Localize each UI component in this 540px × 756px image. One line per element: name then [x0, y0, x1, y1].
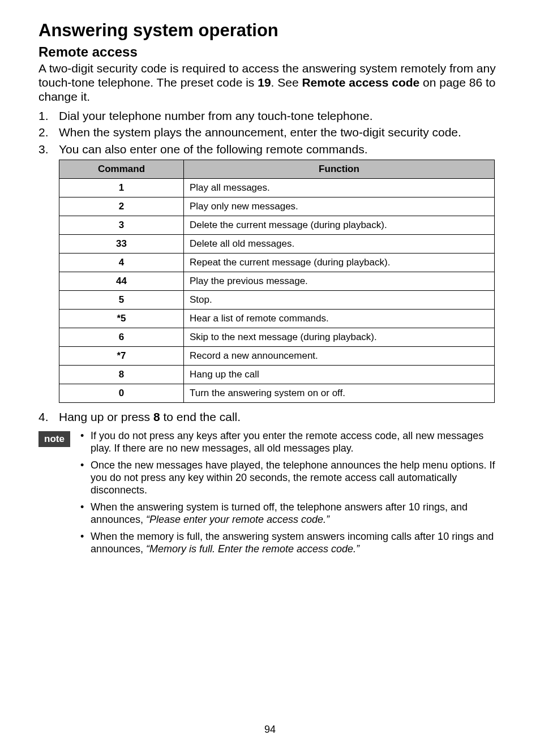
cmd-cell: *7	[59, 347, 184, 366]
table-row: 6Skip to the next message (during playba…	[59, 328, 495, 347]
cmd-cell: 0	[59, 384, 184, 403]
heading-sub: Remote access	[38, 44, 502, 60]
fn-cell: Delete all old messages.	[184, 235, 495, 254]
step-4-text-a: Hang up or press	[59, 410, 153, 423]
cmd-cell: 3	[59, 216, 184, 235]
fn-cell: Play the previous message.	[184, 272, 495, 291]
th-command: Command	[59, 160, 184, 179]
table-row: *7Record a new announcement.	[59, 347, 495, 366]
note-item-3: When the answering system is turned off,…	[78, 501, 502, 526]
step-2: 2.When the system plays the announcement…	[38, 125, 502, 140]
cmd-cell: 33	[59, 235, 184, 254]
page-number: 94	[0, 724, 540, 736]
note-item-1: If you do not press any keys after you e…	[78, 430, 502, 455]
heading-main: Answering system operation	[38, 20, 502, 41]
intro-code: 19	[258, 76, 271, 89]
fn-cell: Repeat the current message (during playb…	[184, 254, 495, 272]
step-2-text: When the system plays the announcement, …	[59, 126, 461, 139]
step-1: 1.Dial your telephone number from any to…	[38, 109, 502, 123]
step-3-num: 3.	[38, 142, 49, 157]
step-1-num: 1.	[38, 109, 49, 123]
fn-cell: Skip to the next message (during playbac…	[184, 328, 495, 347]
steps-list-cont: 4.Hang up or press 8 to end the call.	[38, 410, 502, 424]
table-row: 4Repeat the current message (during play…	[59, 254, 495, 272]
note-4-quote: “Memory is full. Enter the remote access…	[146, 543, 359, 555]
cmd-cell: 8	[59, 366, 184, 384]
table-header-row: Command Function	[59, 160, 495, 179]
step-4-key: 8	[153, 410, 160, 423]
step-3: 3.You can also enter one of the followin…	[38, 142, 502, 157]
step-2-num: 2.	[38, 125, 49, 140]
steps-list: 1.Dial your telephone number from any to…	[38, 109, 502, 157]
note-badge: note	[38, 431, 70, 447]
step-3-text: You can also enter one of the following …	[59, 143, 368, 156]
fn-cell: Record a new announcement.	[184, 347, 495, 366]
note-list: If you do not press any keys after you e…	[78, 430, 502, 560]
cmd-cell: 5	[59, 291, 184, 310]
table-row: 3Delete the current message (during play…	[59, 216, 495, 235]
note-block: note If you do not press any keys after …	[38, 430, 502, 560]
intro-text-b: . See	[271, 76, 302, 89]
fn-cell: Play only new messages.	[184, 197, 495, 216]
note-item-2: Once the new messages have played, the t…	[78, 459, 502, 497]
th-function: Function	[184, 160, 495, 179]
cmd-cell: 4	[59, 254, 184, 272]
intro-ref: Remote access code	[302, 76, 419, 89]
fn-cell: Stop.	[184, 291, 495, 310]
table-row: 2Play only new messages.	[59, 197, 495, 216]
note-item-4: When the memory is full, the answering s…	[78, 531, 502, 556]
table-row: *5Hear a list of remote commands.	[59, 310, 495, 328]
fn-cell: Hang up the call	[184, 366, 495, 384]
table-row: 33Delete all old messages.	[59, 235, 495, 254]
step-1-text: Dial your telephone number from any touc…	[59, 109, 373, 122]
cmd-cell: 6	[59, 328, 184, 347]
commands-table: Command Function 1Play all messages. 2Pl…	[59, 160, 495, 403]
fn-cell: Hear a list of remote commands.	[184, 310, 495, 328]
fn-cell: Turn the answering system on or off.	[184, 384, 495, 403]
fn-cell: Play all messages.	[184, 179, 495, 197]
cmd-cell: 1	[59, 179, 184, 197]
cmd-cell: 2	[59, 197, 184, 216]
table-row: 8Hang up the call	[59, 366, 495, 384]
cmd-cell: 44	[59, 272, 184, 291]
note-3-quote: “Please enter your remote access code.”	[146, 514, 329, 525]
table-row: 44Play the previous message.	[59, 272, 495, 291]
table-row: 1Play all messages.	[59, 179, 495, 197]
intro-paragraph: A two-digit security code is required to…	[38, 61, 502, 104]
fn-cell: Delete the current message (during playb…	[184, 216, 495, 235]
step-4-num: 4.	[38, 410, 49, 424]
table-row: 5Stop.	[59, 291, 495, 310]
step-4: 4.Hang up or press 8 to end the call.	[38, 410, 502, 424]
cmd-cell: *5	[59, 310, 184, 328]
table-row: 0Turn the answering system on or off.	[59, 384, 495, 403]
step-4-text-b: to end the call.	[160, 410, 241, 423]
